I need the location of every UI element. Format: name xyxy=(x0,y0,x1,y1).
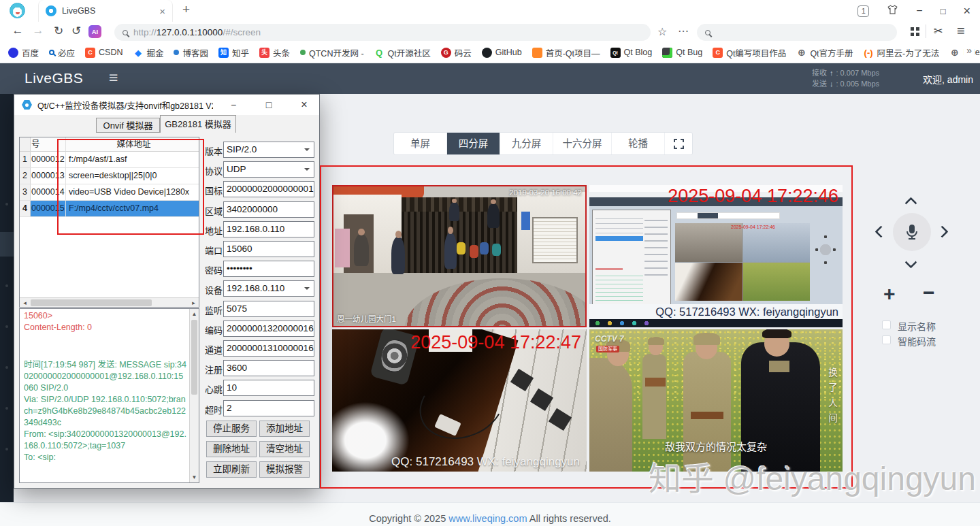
theme-shirt-icon[interactable] xyxy=(887,4,898,18)
bookmark-item-7[interactable]: QTCN开发网 - xyxy=(300,46,364,59)
qt-simulator-window[interactable]: Qt/C++监控设备模拟器/支持onvif和gb28181 V20250... … xyxy=(14,94,320,489)
bookmark-item-12[interactable]: QtQt Blog xyxy=(610,48,653,58)
livegbs-sidebar[interactable] xyxy=(0,94,14,502)
device-table[interactable]: 号 媒体地址 10000012f:/mp4/asf/1.asf20000013s… xyxy=(19,137,199,308)
form-field-编码[interactable]: 20000001320000016 xyxy=(223,320,314,337)
address-bar[interactable]: http://127.0.0.1:10000/#/screen xyxy=(114,24,651,41)
zoom-in-button[interactable]: + xyxy=(883,282,896,306)
apps-grid-icon[interactable] xyxy=(911,27,919,36)
qt-maximize-button[interactable]: □ xyxy=(254,99,284,110)
minimize-button[interactable]: − xyxy=(916,5,922,17)
more-actions-icon[interactable]: ⋯ xyxy=(678,24,689,37)
bookmark-item-6[interactable]: 头头条 xyxy=(259,46,290,59)
scroll-up-icon[interactable]: ▲ xyxy=(190,310,199,318)
mic-button[interactable] xyxy=(893,213,931,251)
qt-button-4[interactable]: 立即刷新 xyxy=(206,461,257,478)
layout-tab-3[interactable]: 十六分屏 xyxy=(553,133,612,154)
table-row-2[interactable]: 30000014video=USB Video Device|1280x xyxy=(20,184,199,201)
back-icon[interactable]: ← xyxy=(10,24,26,37)
checkbox-1[interactable] xyxy=(882,335,891,344)
table-row-0[interactable]: 10000012f:/mp4/asf/1.asf xyxy=(20,152,199,168)
layout-tab-1[interactable]: 四分屏 xyxy=(447,133,500,154)
scroll-thumb[interactable] xyxy=(31,299,152,306)
tab-count-badge[interactable]: 1 xyxy=(858,5,869,17)
log-vscrollbar[interactable]: ▲ ▼ xyxy=(189,309,199,482)
quick-search-box[interactable] xyxy=(697,24,897,41)
ptz-down-icon[interactable] xyxy=(904,256,917,268)
layout-tab-0[interactable]: 单屏 xyxy=(394,133,447,154)
ptz-right-icon[interactable] xyxy=(936,225,948,237)
bookmark-item-2[interactable]: CCSDN xyxy=(85,48,122,58)
video-cell-4[interactable]: CCTV 7 国防军事 换了人间 敌我双方的情况太复杂 xyxy=(589,329,843,472)
form-field-国标[interactable]: 20000002000000001 xyxy=(223,181,314,197)
form-field-版本[interactable]: SIP/2.0 xyxy=(223,142,314,158)
form-field-协议[interactable]: UDP xyxy=(223,161,314,178)
ai-assistant-icon[interactable]: AI xyxy=(88,25,101,38)
scroll-left-icon[interactable]: ◂ xyxy=(20,299,29,307)
ptz-left-icon[interactable] xyxy=(875,225,887,237)
video-cell-2[interactable]: 2025-09-04 17:22:46 2025-09-04 17:22:46 … xyxy=(589,185,843,327)
qt-minimize-button[interactable]: − xyxy=(218,99,248,110)
bookmark-item-10[interactable]: GitHub xyxy=(482,48,522,58)
sip-log[interactable]: 15060>Content-Length: 0时间[17:19:54 987] … xyxy=(19,308,199,483)
zoom-out-button[interactable]: − xyxy=(923,281,935,304)
reload-icon[interactable]: ↻ xyxy=(50,24,67,38)
qt-tab-1[interactable]: GB28181 模拟器 xyxy=(160,115,236,133)
welcome-user[interactable]: 欢迎, admin xyxy=(923,72,973,86)
qt-button-1[interactable]: 添加地址 xyxy=(259,421,310,437)
table-row-3[interactable]: 40000015F:/mp4/cctv/cctv07.mp4 xyxy=(20,201,199,217)
tab-close-icon[interactable]: × xyxy=(159,5,165,17)
table-row-1[interactable]: 20000013screen=desktop||25|0|0 xyxy=(20,168,199,184)
forward-icon[interactable]: → xyxy=(30,24,46,37)
bookmark-star-icon[interactable]: ☆ xyxy=(657,25,667,38)
bookmark-item-9[interactable]: G码云 xyxy=(441,46,472,59)
form-field-密码[interactable]: •••••••• xyxy=(223,261,314,277)
footer-link[interactable]: www.liveqing.com xyxy=(448,513,527,524)
form-field-地址[interactable]: 192.168.0.110 xyxy=(223,221,314,237)
qt-button-0[interactable]: 停止服务 xyxy=(206,421,257,437)
sidebar-active-item[interactable] xyxy=(0,232,14,257)
livegbs-logo[interactable]: LiveGBS xyxy=(24,70,83,86)
scroll-right-icon[interactable]: ▸ xyxy=(189,299,198,307)
bookmark-item-4[interactable]: 博客园 xyxy=(174,46,208,59)
screenshot-scissors-icon[interactable]: ✂ xyxy=(934,24,943,37)
browser-tab[interactable]: LiveGBS × xyxy=(38,0,173,22)
scroll-down-icon[interactable]: ▼ xyxy=(190,473,199,482)
bookmark-item-14[interactable]: CQt编写项目作品 xyxy=(713,46,786,59)
form-field-区域[interactable]: 3402000000 xyxy=(223,201,314,218)
maximize-button[interactable]: □ xyxy=(941,6,946,16)
history-undo-icon[interactable]: ↺ xyxy=(68,24,84,38)
bookmark-item-15[interactable]: ⊕Qt官方手册 xyxy=(796,46,853,59)
form-field-端口[interactable]: 15060 xyxy=(223,241,314,257)
video-cell-1[interactable]: 2019-03-20 16:00:42 恩一幼儿园大门1 xyxy=(332,185,587,327)
form-field-监听[interactable]: 5075 xyxy=(223,301,314,317)
form-field-注册[interactable]: 3600 xyxy=(223,360,314,376)
bookmark-item-1[interactable]: 必应 xyxy=(49,46,75,59)
form-field-超时[interactable]: 2 xyxy=(223,400,314,416)
video-cell-3[interactable]: 2025-09-04 17:22:47 QQ: 517216493 WX: fe… xyxy=(332,329,587,472)
layout-tab-2[interactable]: 九分屏 xyxy=(500,133,553,154)
bookmark-item-0[interactable]: 百度 xyxy=(8,46,39,59)
qt-button-2[interactable]: 删除地址 xyxy=(206,441,257,457)
bookmark-item-8[interactable]: QQt开源社区 xyxy=(374,46,431,59)
bookmark-item-13[interactable]: Qt Bug xyxy=(662,48,702,58)
layout-tab-4[interactable]: 轮播 xyxy=(612,133,665,154)
form-field-心跳[interactable]: 10 xyxy=(223,380,314,396)
form-field-设备[interactable]: 192.168.0.110 xyxy=(223,280,314,297)
browser-logo-icon[interactable] xyxy=(10,3,25,18)
bookmark-item-16[interactable]: (-)阿里云-为了无法 xyxy=(864,46,940,59)
fullscreen-button[interactable] xyxy=(665,133,692,154)
browser-menu-icon[interactable]: ≡ xyxy=(957,23,965,39)
bookmark-item-3[interactable]: ◆掘金 xyxy=(133,46,163,59)
scroll-thumb[interactable] xyxy=(191,320,197,395)
ptz-up-icon[interactable] xyxy=(904,197,917,209)
qt-tab-0[interactable]: Onvif 模拟器 xyxy=(96,118,160,133)
qt-close-button[interactable]: × xyxy=(289,99,319,111)
bookmark-item-11[interactable]: 首页-Qt项目— xyxy=(532,46,600,59)
bookmark-item-5[interactable]: 知知乎 xyxy=(218,46,249,59)
sidebar-toggle-icon[interactable]: ≡ xyxy=(109,69,118,87)
table-hscrollbar[interactable]: ◂ ▸ xyxy=(20,297,199,307)
new-tab-button[interactable]: + xyxy=(182,2,190,17)
bookmarks-overflow-icon[interactable]: » xyxy=(964,45,975,56)
qt-button-5[interactable]: 模拟报警 xyxy=(259,461,310,478)
